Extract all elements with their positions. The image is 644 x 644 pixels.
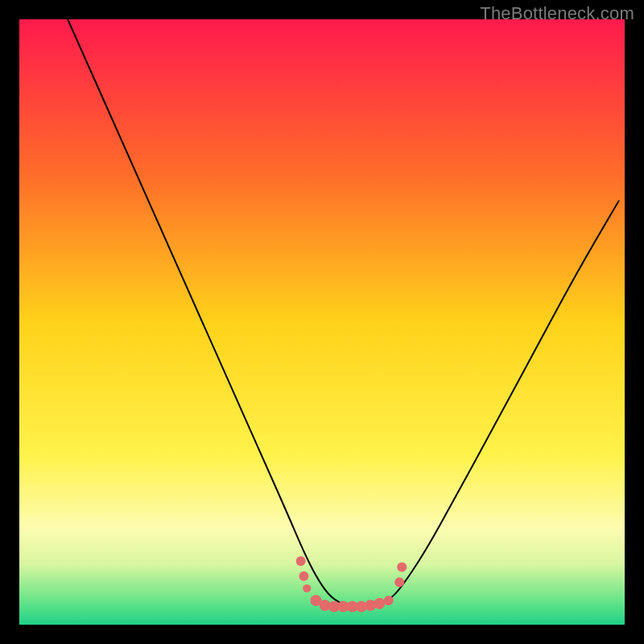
valley-dot — [384, 596, 394, 605]
gradient-background — [19, 19, 625, 625]
chart-frame: TheBottleneck.com — [0, 0, 644, 644]
valley-dot — [303, 584, 311, 592]
plot-area — [19, 19, 625, 625]
valley-dot — [394, 577, 404, 587]
chart-svg — [19, 19, 625, 625]
valley-dot — [397, 563, 407, 572]
watermark-label: TheBottleneck.com — [480, 3, 634, 24]
valley-dot — [299, 572, 308, 581]
valley-dot — [374, 598, 385, 609]
valley-dot — [296, 556, 306, 566]
